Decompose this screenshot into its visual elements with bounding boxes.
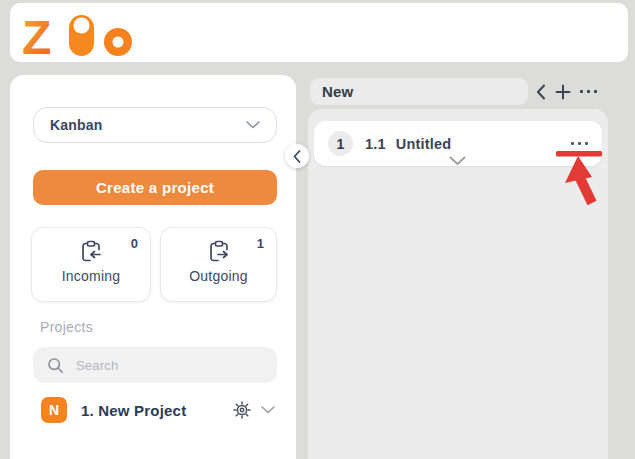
outgoing-card[interactable]: 1 Outgoing [160, 227, 277, 302]
create-project-button[interactable]: Create a project [33, 170, 277, 205]
project-list-item[interactable]: N 1. New Project [41, 395, 277, 425]
task-order-badge: 1 [328, 131, 353, 156]
project-search[interactable] [33, 347, 277, 383]
app-window: Z Kanban Create a project 0 [0, 0, 635, 459]
column-controls [536, 78, 597, 105]
outgoing-count: 1 [257, 236, 264, 251]
incoming-label: Incoming [32, 268, 150, 284]
top-bar: Z [10, 3, 628, 62]
column-scroll-left-button[interactable] [536, 84, 546, 100]
incoming-count: 0 [131, 236, 138, 251]
column-title-pill[interactable]: New [310, 78, 528, 105]
sidebar: Kanban Create a project 0 Incoming 1 [10, 75, 296, 459]
svg-text:Z: Z [22, 11, 51, 61]
plus-icon [555, 84, 571, 100]
outgoing-label: Outgoing [161, 268, 276, 284]
column-title: New [322, 83, 353, 100]
sidebar-collapse-button[interactable] [285, 144, 309, 168]
incoming-card[interactable]: 0 Incoming [31, 227, 151, 302]
chevron-down-icon [246, 121, 260, 129]
board-more-menu-button[interactable] [580, 90, 597, 93]
chevron-left-icon [536, 84, 546, 100]
task-code: 1.1 [365, 136, 386, 152]
chevron-left-icon [293, 150, 301, 163]
search-icon [47, 357, 64, 374]
kanban-column-new: 1 1.1 Untitled [308, 109, 608, 459]
add-column-button[interactable] [555, 84, 571, 100]
search-input[interactable] [74, 357, 238, 374]
project-name: 1. New Project [81, 402, 186, 419]
view-mode-select[interactable]: Kanban [33, 107, 277, 143]
task-title: Untitled [396, 136, 452, 152]
project-avatar: N [41, 397, 67, 423]
project-expand-chevron-icon[interactable] [261, 406, 275, 414]
projects-section-label: Projects [40, 319, 93, 335]
view-mode-value: Kanban [50, 117, 103, 133]
zio-logo-icon: Z [22, 9, 152, 61]
card-expand-chevron-icon[interactable] [449, 156, 466, 166]
task-more-menu-button[interactable] [571, 142, 588, 145]
project-settings-gear-icon[interactable] [233, 401, 251, 419]
